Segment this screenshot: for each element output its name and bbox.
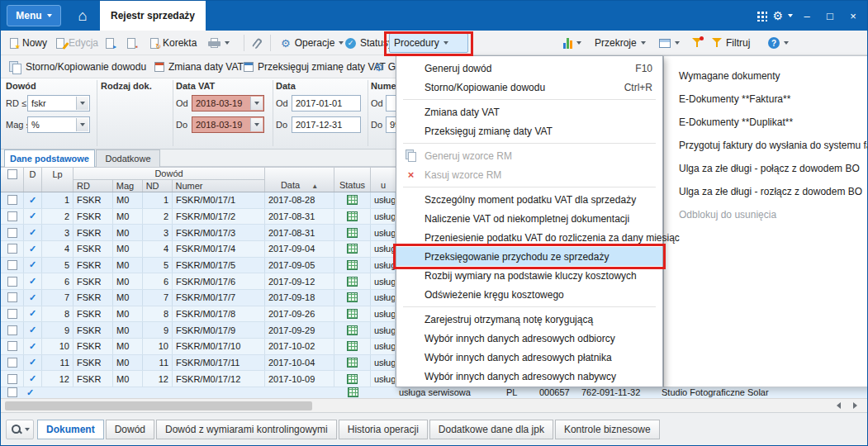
data-do-field[interactable]: 2017-12-31 xyxy=(292,116,361,133)
menu-item[interactable]: Wybór innych danych adresowych płatnika xyxy=(396,348,662,367)
table-row[interactable]: ✓2FSKRM02FSKR/M0/17/22017-08-31usługa se… xyxy=(1,209,396,225)
row-checkbox[interactable] xyxy=(1,306,24,322)
side-panel-item[interactable]: E-Dokumenty **Faktura** xyxy=(664,88,868,111)
table-row[interactable]: ✓4FSKRM04FSKR/M0/17/42017-09-04usługa se… xyxy=(1,241,396,258)
row-checkbox[interactable] xyxy=(1,339,24,354)
column-header-status[interactable]: Status xyxy=(334,168,371,192)
menu-item[interactable]: Zmiana daty VAT xyxy=(396,102,662,121)
row-checkbox[interactable] xyxy=(1,273,24,289)
menu-item[interactable]: Przeksięguj zmianę daty VAT xyxy=(396,121,662,140)
calendar-dropdown[interactable] xyxy=(250,97,263,110)
document-icon-button-1[interactable]: ▸ xyxy=(102,33,118,53)
tab-dodatkowe[interactable]: Dodatkowe xyxy=(96,149,160,167)
column-header-extra[interactable]: u xyxy=(371,168,396,192)
column-header-lp[interactable]: Lp xyxy=(42,168,74,192)
table-row[interactable]: ✓9FSKRM09FSKR/M0/17/92017-09-29usługa se… xyxy=(1,322,396,339)
bottom-tab-dowód[interactable]: Dowód xyxy=(106,420,154,439)
horizontal-scrollbar[interactable] xyxy=(1,398,868,412)
bottom-tab-dodatkowe-dane-dla-jpk[interactable]: Dodatkowe dane dla jpk xyxy=(429,420,553,439)
bottom-tab-dokument[interactable]: Dokument xyxy=(37,420,104,439)
change-vat-date-button[interactable]: Zmiana daty VAT xyxy=(151,58,247,76)
attachments-button[interactable] xyxy=(250,33,264,53)
table-row[interactable]: ✓1FSKRM01FSKR/M0/17/12017-08-28usługa se… xyxy=(1,192,396,209)
edit-button[interactable]: Edycja xyxy=(52,33,102,53)
table-row[interactable]: ✓8FSKRM08FSKR/M0/17/82017-09-26usługa se… xyxy=(1,306,396,323)
minimize-button[interactable]: – xyxy=(798,7,816,25)
select-all-checkbox[interactable] xyxy=(7,169,17,179)
menu-item[interactable]: Rozbij wymiary na podstawie kluczy koszt… xyxy=(396,266,662,285)
combo-arrow[interactable] xyxy=(76,97,88,110)
main-menu-button[interactable]: Menu xyxy=(7,5,61,26)
table-row[interactable]: ✓11FSKRM011FSKR/M0/17/112017-10-04usługa… xyxy=(1,355,396,372)
column-header-data[interactable]: Data ▲ xyxy=(265,168,334,192)
scroll-left-arrow[interactable] xyxy=(837,402,841,409)
row-checkbox[interactable] xyxy=(1,290,24,306)
settings-gear-icon[interactable]: ⚙ xyxy=(772,9,783,22)
row-checkbox[interactable] xyxy=(1,209,24,225)
tab-rejestr-sprzedazy[interactable]: Rejestr sprzedaży xyxy=(100,1,206,31)
new-button[interactable]: ★ Nowy xyxy=(6,33,51,53)
scrollbar-thumb[interactable] xyxy=(5,401,312,410)
menu-item[interactable]: Przeksięgowanie przychodu ze sprzedaży xyxy=(396,247,662,266)
data-vat-od-field[interactable]: 2018-03-19 xyxy=(192,95,264,112)
document-icon-button-2[interactable]: ▪ xyxy=(123,33,140,53)
side-panel-item[interactable]: Ulga za złe długi - połącz z dowodem BO xyxy=(664,157,868,180)
table-row[interactable]: ✓12FSKRM012FSKR/M0/17/122017-10-09usługa… xyxy=(1,371,396,387)
rd-filter-combobox[interactable]: fskr xyxy=(27,95,90,112)
storno-copy-button[interactable]: Storno/Kopiowanie dowodu xyxy=(6,58,149,76)
apps-grid-icon[interactable] xyxy=(757,11,767,21)
scroll-right-arrow[interactable] xyxy=(853,402,857,409)
row-checkbox[interactable] xyxy=(7,387,17,397)
settings-chevron-icon[interactable] xyxy=(788,14,793,17)
tab-dane-podstawowe[interactable]: Dane podstawowe xyxy=(4,149,95,167)
menu-item[interactable]: Odświeżenie kręgu kosztowego xyxy=(396,285,662,304)
row-checkbox[interactable] xyxy=(1,241,24,257)
table-layout-dropdown[interactable] xyxy=(655,33,684,53)
maximize-button[interactable]: □ xyxy=(821,7,839,25)
bottom-tab-dowód-z-wymiarami-kontrolingowymi[interactable]: Dowód z wymiarami kontrolingowymi xyxy=(156,420,337,439)
menu-item[interactable]: Wybór innych danych adresowych nabywcy xyxy=(396,367,662,386)
row-checkbox[interactable] xyxy=(1,225,24,240)
operations-dropdown[interactable]: ⚙ Operacje xyxy=(277,33,348,53)
menu-item[interactable]: Naliczenie VAT od niekompletnej dokument… xyxy=(396,209,662,228)
column-header-rd[interactable]: RD xyxy=(74,180,113,192)
column-header-numer[interactable]: Numer xyxy=(173,180,264,192)
side-panel-item[interactable]: Ulga za złe długi - rozłącz z dowodem BO xyxy=(664,180,868,203)
table-row[interactable]: ✓3FSKRM03FSKR/M0/17/32017-08-31usługa se… xyxy=(1,225,396,241)
search-views-button[interactable] xyxy=(6,420,34,439)
menu-item[interactable]: Szczególny moment podatku VAT dla sprzed… xyxy=(396,190,662,209)
correction-button[interactable]: ↻ Korekta xyxy=(146,33,201,53)
bottom-tab-historia-operacji[interactable]: Historia operacji xyxy=(339,420,428,439)
table-row[interactable]: ✓6FSKRM06FSKR/M0/17/62017-09-12usługa se… xyxy=(1,273,396,290)
row-checkbox[interactable] xyxy=(1,322,24,338)
print-button[interactable] xyxy=(204,33,234,53)
bottom-tab-kontrole-biznesowe[interactable]: Kontrole biznesowe xyxy=(555,420,660,439)
table-row[interactable]: ✓5FSKRM05FSKR/M0/17/52017-09-05usługa se… xyxy=(1,258,396,274)
side-panel-item[interactable]: Przygotuj faktury do wysłania do systemu… xyxy=(664,134,868,157)
combo-arrow[interactable] xyxy=(76,118,88,131)
row-checkbox[interactable] xyxy=(1,355,24,371)
table-row[interactable]: ✓7FSKRM07FSKR/M0/17/72017-09-18usługa se… xyxy=(1,290,396,306)
column-group-dowod[interactable]: Dowód xyxy=(74,168,264,180)
menu-item[interactable]: Generuj dowódF10 xyxy=(396,59,662,78)
menu-item[interactable]: Zarejestruj otrzymaną notę korygującą xyxy=(396,310,662,329)
row-checkbox[interactable] xyxy=(1,258,24,273)
repost-vat-date-button[interactable]: Przeksięguj zmianę daty VAT xyxy=(240,58,389,76)
clear-filter-button[interactable] xyxy=(688,33,706,53)
home-button[interactable]: ⌂ xyxy=(72,5,93,26)
menu-item[interactable]: Przeniesienie podatku VAT do rozliczenia… xyxy=(396,228,662,247)
views-dropdown[interactable]: Przekroje xyxy=(591,33,650,53)
calendar-dropdown[interactable] xyxy=(250,118,263,131)
menu-item[interactable]: Storno/Kopiowanie dowoduCtrl+R xyxy=(396,78,662,97)
data-vat-do-field[interactable]: 2018-03-19 xyxy=(192,116,264,133)
filter-button[interactable]: Filtruj xyxy=(708,33,754,53)
column-header-mag[interactable]: Mag xyxy=(113,180,143,192)
procedures-dropdown[interactable]: Procedury xyxy=(389,33,468,53)
charts-dropdown[interactable] xyxy=(559,33,586,53)
partial-table-row[interactable]: ✓ usługa serwisowa PL 000657 762-091-11-… xyxy=(1,387,868,398)
row-checkbox[interactable] xyxy=(1,192,24,208)
side-panel-item[interactable]: Wymagane dokumenty xyxy=(664,64,868,88)
table-row[interactable]: ✓10FSKRM010FSKR/M0/17/102017-10-02usługa… xyxy=(1,339,396,355)
mag-filter-combobox[interactable]: % xyxy=(27,116,90,133)
column-header-nd[interactable]: ND xyxy=(143,180,173,192)
